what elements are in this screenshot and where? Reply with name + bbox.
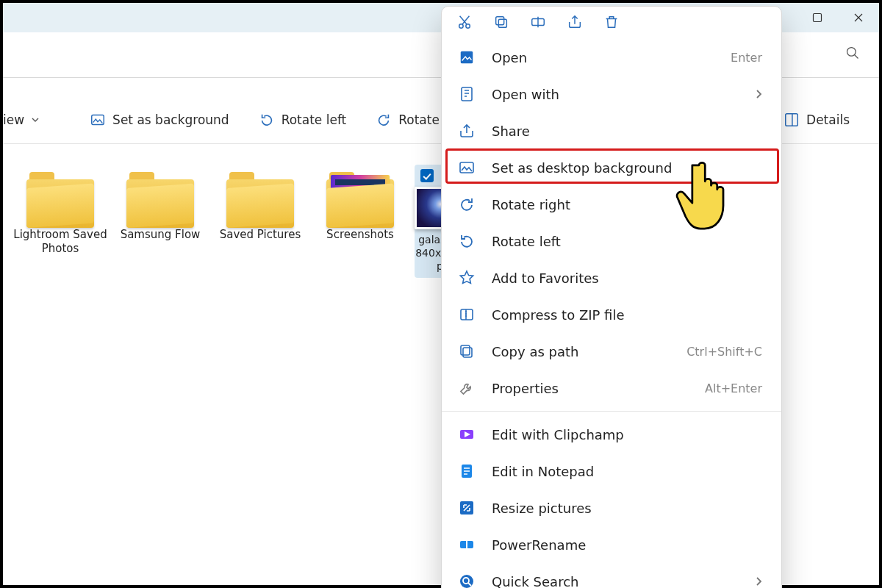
- menu-open-with[interactable]: Open with: [442, 76, 781, 112]
- copy-path-icon: [458, 343, 476, 360]
- menu-share[interactable]: Share: [442, 112, 781, 149]
- menu-separator: [442, 411, 781, 412]
- svg-rect-9: [461, 51, 473, 64]
- set-as-background-button[interactable]: Set as background: [79, 107, 240, 132]
- svg-rect-6: [498, 19, 506, 27]
- menu-label: Rotate left: [492, 234, 561, 249]
- zip-icon: [458, 306, 476, 323]
- menu-set-desktop-background[interactable]: Set as desktop background: [442, 149, 781, 186]
- notepad-icon: [458, 462, 476, 480]
- menu-label: Set as desktop background: [492, 160, 672, 176]
- folder-label: Saved Pictures: [220, 228, 301, 242]
- chevron-right-icon: [755, 574, 762, 589]
- menu-copy-path[interactable]: Copy as path Ctrl+Shift+C: [442, 333, 781, 370]
- power-rename-icon: [458, 536, 476, 553]
- maximize-button[interactable]: [797, 3, 838, 32]
- menu-rotate-left[interactable]: Rotate left: [442, 223, 781, 259]
- details-label: Details: [806, 112, 850, 127]
- delete-icon[interactable]: [603, 14, 620, 33]
- view-dropdown[interactable]: iew: [3, 108, 50, 132]
- selection-check-icon: [420, 169, 434, 182]
- svg-rect-12: [461, 309, 473, 320]
- close-button[interactable]: [838, 3, 879, 32]
- rotate-right-icon: [376, 112, 392, 128]
- details-icon: [784, 112, 800, 128]
- menu-label: Properties: [492, 381, 559, 396]
- resize-icon: [458, 499, 476, 517]
- menu-edit-clipchamp[interactable]: Edit with Clipchamp: [442, 416, 781, 453]
- folder-item[interactable]: Saved Pictures: [213, 165, 307, 242]
- menu-edit-notepad[interactable]: Edit in Notepad: [442, 453, 781, 490]
- menu-add-favorites[interactable]: Add to Favorites: [442, 259, 781, 296]
- svg-point-5: [466, 24, 470, 29]
- menu-power-rename[interactable]: PowerRename: [442, 526, 781, 563]
- menu-label: Open with: [492, 87, 559, 102]
- menu-rotate-right[interactable]: Rotate right: [442, 186, 781, 223]
- open-with-icon: [458, 85, 476, 103]
- menu-quick-search[interactable]: Quick Search: [442, 563, 781, 588]
- share-icon[interactable]: [567, 14, 583, 33]
- menu-open-label: Open: [492, 50, 527, 65]
- menu-label: PowerRename: [492, 537, 586, 553]
- menu-shortcut: Ctrl+Shift+C: [686, 345, 762, 359]
- menu-label: Copy as path: [492, 344, 578, 359]
- svg-point-4: [459, 24, 464, 29]
- menu-label: Share: [492, 123, 530, 139]
- rotate-left-button[interactable]: Rotate left: [248, 107, 357, 132]
- menu-label: Quick Search: [492, 574, 578, 589]
- menu-shortcut: Alt+Enter: [705, 381, 762, 395]
- svg-point-19: [460, 575, 473, 588]
- wrench-icon: [458, 379, 476, 397]
- menu-label: Add to Favorites: [492, 270, 599, 286]
- menu-compress-zip[interactable]: Compress to ZIP file: [442, 296, 781, 333]
- menu-label: Edit with Clipchamp: [492, 427, 624, 442]
- folder-label: Screenshots: [326, 228, 394, 242]
- details-pane-button[interactable]: Details: [773, 107, 860, 132]
- set-background-icon: [90, 112, 106, 128]
- rename-icon[interactable]: [530, 14, 546, 33]
- svg-rect-14: [461, 345, 470, 355]
- quick-actions-row: [442, 11, 781, 39]
- cut-icon[interactable]: [456, 14, 473, 33]
- open-icon: [458, 49, 476, 66]
- folder-label: Lightroom Saved Photos: [13, 228, 107, 256]
- svg-rect-0: [814, 14, 822, 22]
- svg-rect-13: [463, 348, 472, 357]
- menu-properties[interactable]: Properties Alt+Enter: [442, 370, 781, 406]
- menu-label: Edit in Notepad: [492, 464, 594, 479]
- view-label: iew: [3, 112, 24, 127]
- rotate-right-menu-icon: [458, 196, 476, 213]
- svg-point-1: [847, 48, 856, 57]
- menu-label: Rotate right: [492, 197, 570, 212]
- search-icon[interactable]: [845, 46, 860, 63]
- set-as-background-label: Set as background: [112, 112, 229, 127]
- window-frame: iew Set as background Rotate left Rotate…: [0, 0, 882, 588]
- folder-item[interactable]: SE Screenshots: [313, 165, 407, 242]
- folder-item[interactable]: Lightroom Saved Photos: [13, 165, 107, 256]
- chevron-right-icon: [755, 87, 762, 102]
- menu-label: Compress to ZIP file: [492, 307, 625, 323]
- share-menu-icon: [458, 122, 476, 140]
- context-menu: Open Enter Open with Share Set as deskto…: [441, 6, 782, 588]
- menu-label: Resize pictures: [492, 501, 592, 516]
- clipchamp-icon: [458, 426, 476, 443]
- svg-rect-10: [462, 87, 472, 101]
- folder-item[interactable]: Samsung Flow: [113, 165, 207, 242]
- svg-rect-7: [496, 17, 504, 25]
- menu-resize-pictures[interactable]: Resize pictures: [442, 490, 781, 526]
- copy-icon[interactable]: [493, 14, 509, 33]
- menu-open-shortcut: Enter: [731, 51, 762, 65]
- svg-rect-3: [786, 113, 798, 126]
- rotate-left-label: Rotate left: [282, 112, 347, 127]
- set-desktop-bg-icon: [458, 159, 476, 176]
- rotate-left-menu-icon: [458, 232, 476, 250]
- star-icon: [458, 269, 476, 287]
- folder-label: Samsung Flow: [121, 228, 201, 242]
- rotate-left-icon: [259, 112, 275, 128]
- menu-open[interactable]: Open Enter: [442, 39, 781, 76]
- quick-search-icon: [458, 573, 476, 588]
